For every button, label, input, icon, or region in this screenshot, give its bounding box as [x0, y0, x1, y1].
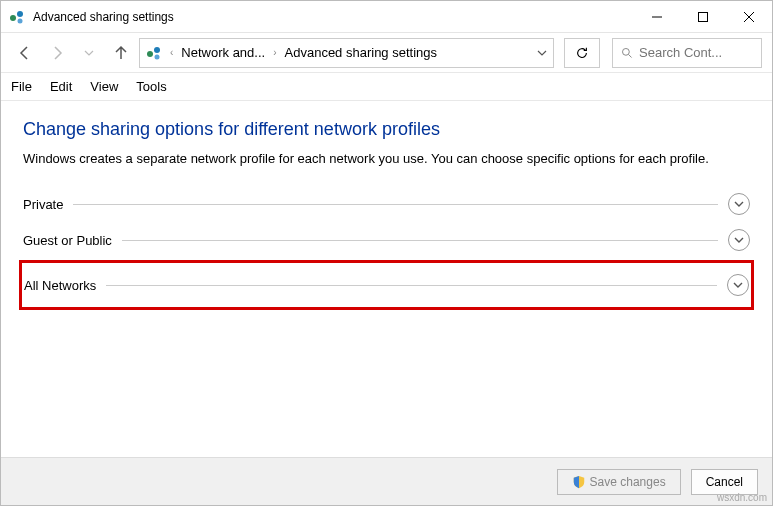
menu-view[interactable]: View	[90, 79, 118, 94]
recent-dropdown-icon[interactable]	[75, 39, 103, 67]
menu-bar: File Edit View Tools	[1, 73, 772, 101]
breadcrumb-segment-1[interactable]: Network and...	[181, 45, 265, 60]
window-controls	[634, 1, 772, 32]
divider-line	[73, 204, 718, 205]
expand-button[interactable]	[728, 229, 750, 251]
menu-edit[interactable]: Edit	[50, 79, 72, 94]
expand-button[interactable]	[727, 274, 749, 296]
shield-icon	[572, 475, 586, 489]
address-icon	[146, 45, 162, 61]
svg-point-0	[10, 15, 16, 21]
page-description: Windows creates a separate network profi…	[23, 150, 750, 168]
section-label: All Networks	[24, 278, 96, 293]
section-guest-public[interactable]: Guest or Public	[23, 222, 750, 258]
address-bar[interactable]: ‹ Network and... › Advanced sharing sett…	[139, 38, 554, 68]
highlight-annotation: All Networks	[19, 260, 754, 310]
cancel-button-label: Cancel	[706, 475, 743, 489]
svg-rect-4	[699, 12, 708, 21]
svg-point-1	[17, 11, 23, 17]
save-changes-button[interactable]: Save changes	[557, 469, 681, 495]
window-title: Advanced sharing settings	[33, 10, 634, 24]
footer-bar: Save changes Cancel	[1, 457, 772, 505]
svg-point-2	[18, 18, 23, 23]
minimize-button[interactable]	[634, 1, 680, 32]
breadcrumb-segment-2[interactable]: Advanced sharing settings	[285, 45, 437, 60]
breadcrumb-separator-icon: ‹	[168, 47, 175, 58]
address-dropdown-icon[interactable]	[537, 44, 547, 62]
section-label: Guest or Public	[23, 233, 112, 248]
back-button[interactable]	[11, 39, 39, 67]
section-private[interactable]: Private	[23, 186, 750, 222]
svg-point-10	[623, 48, 630, 55]
svg-point-7	[147, 51, 153, 57]
forward-button[interactable]	[43, 39, 71, 67]
divider-line	[106, 285, 717, 286]
divider-line	[122, 240, 718, 241]
menu-tools[interactable]: Tools	[136, 79, 166, 94]
refresh-button[interactable]	[564, 38, 600, 68]
section-all-networks[interactable]: All Networks	[24, 267, 749, 303]
up-button[interactable]	[107, 39, 135, 67]
navigation-bar: ‹ Network and... › Advanced sharing sett…	[1, 33, 772, 73]
close-button[interactable]	[726, 1, 772, 32]
titlebar: Advanced sharing settings	[1, 1, 772, 33]
search-icon	[621, 46, 633, 60]
network-share-icon	[9, 9, 25, 25]
save-button-label: Save changes	[590, 475, 666, 489]
cancel-button[interactable]: Cancel	[691, 469, 758, 495]
maximize-button[interactable]	[680, 1, 726, 32]
watermark-text: wsxdn.com	[717, 492, 767, 503]
breadcrumb-separator-icon: ›	[271, 47, 278, 58]
search-input[interactable]	[639, 45, 753, 60]
content-area: Change sharing options for different net…	[1, 101, 772, 457]
svg-line-11	[629, 54, 632, 57]
search-box[interactable]	[612, 38, 762, 68]
menu-file[interactable]: File	[11, 79, 32, 94]
window-frame: Advanced sharing settings ‹ Network and.…	[0, 0, 773, 506]
page-title: Change sharing options for different net…	[23, 119, 750, 140]
svg-point-8	[154, 47, 160, 53]
svg-point-9	[155, 54, 160, 59]
expand-button[interactable]	[728, 193, 750, 215]
section-label: Private	[23, 197, 63, 212]
